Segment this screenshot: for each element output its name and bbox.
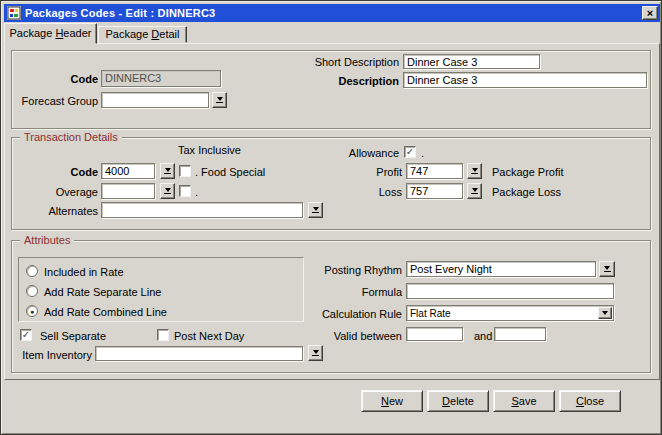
code-field: DINNERC3 <box>101 70 221 87</box>
valid-to-field[interactable] <box>494 327 546 341</box>
included-in-rate-radio[interactable] <box>26 265 38 277</box>
item-inventory-lov-button[interactable] <box>308 345 323 361</box>
button-label-accel: C <box>576 395 584 407</box>
tab-label: Package <box>10 27 56 39</box>
profit-field[interactable]: 747 <box>406 163 463 179</box>
close-button-bottom[interactable]: Close <box>559 390 621 412</box>
window-title: Packages Codes - Edit : DINNERC3 <box>25 7 215 19</box>
lov-down-icon <box>472 168 478 172</box>
transaction-code-field[interactable]: 4000 <box>101 163 155 179</box>
profit-label: Profit <box>322 166 402 178</box>
alternates-field[interactable] <box>101 202 303 218</box>
loss-lov-button[interactable] <box>467 183 482 199</box>
calculation-rule-label: Calculation Rule <box>312 308 402 320</box>
radio-dot: ● <box>30 308 34 315</box>
lov-down-icon <box>217 97 223 101</box>
food-special-label: . Food Special <box>195 166 265 178</box>
transaction-code-lov-button[interactable] <box>160 163 175 179</box>
tab-label: etail <box>159 28 179 40</box>
forecast-group-field[interactable] <box>101 92 209 108</box>
lov-bar-icon <box>471 193 478 194</box>
allowance-label: Allowance <box>302 147 399 159</box>
transaction-code-label: Code <box>20 166 98 178</box>
overage-checkbox[interactable] <box>179 185 191 197</box>
add-rate-separate-line-radio[interactable] <box>26 285 38 297</box>
title-bar: Packages Codes - Edit : DINNERC3 × <box>4 4 660 22</box>
sell-separate-checkbox[interactable]: ✓ <box>20 329 32 341</box>
posting-rhythm-lov-button[interactable] <box>599 261 615 277</box>
lov-bar-icon <box>216 102 223 103</box>
packages-codes-window: Packages Codes - Edit : DINNERC3 × Packa… <box>0 0 662 435</box>
formula-label: Formula <box>322 286 402 298</box>
button-label-accel: N <box>381 395 389 407</box>
lov-bar-icon <box>471 173 478 174</box>
add-rate-combined-line-label: Add Rate Combined Line <box>44 306 167 318</box>
and-label: and <box>474 330 492 342</box>
overage-field[interactable] <box>101 183 155 199</box>
lov-bar-icon <box>164 173 171 174</box>
description-field[interactable]: Dinner Case 3 <box>403 72 647 88</box>
button-label: ave <box>519 395 537 407</box>
loss-label: Loss <box>322 186 402 198</box>
header-groupbox: Code DINNERC3 Forecast Group Short Descr… <box>11 50 651 129</box>
valid-from-field[interactable] <box>406 327 463 341</box>
lov-bar-icon <box>604 271 611 272</box>
description-label: Description <box>297 75 399 87</box>
alternates-lov-button[interactable] <box>308 202 323 218</box>
delete-button[interactable]: Delete <box>427 390 489 412</box>
button-label: ew <box>389 395 403 407</box>
save-button[interactable]: Save <box>493 390 555 412</box>
add-rate-combined-line-radio[interactable]: ● <box>26 305 38 317</box>
lov-bar-icon <box>164 193 171 194</box>
app-icon <box>7 6 21 20</box>
valid-between-label: Valid between <box>312 330 402 342</box>
attributes-title: Attributes <box>20 234 74 246</box>
button-label: elete <box>450 395 474 407</box>
combo-dropdown-button[interactable] <box>598 307 612 319</box>
package-loss-label: Package Loss <box>492 186 561 198</box>
allowance-suffix: . <box>421 147 424 159</box>
new-button[interactable]: New <box>361 390 423 412</box>
calculation-rule-combobox[interactable]: Flat Rate <box>406 305 614 321</box>
overage-lov-button[interactable] <box>160 183 175 199</box>
package-profit-label: Package Profit <box>492 166 564 178</box>
lov-bar-icon <box>312 212 319 213</box>
post-next-day-checkbox[interactable] <box>157 329 169 341</box>
allowance-checkbox[interactable]: ✓ <box>404 146 416 158</box>
formula-field[interactable] <box>406 283 614 299</box>
posting-rhythm-field[interactable]: Post Every Night <box>406 261 596 277</box>
button-label-accel: S <box>511 395 518 407</box>
lov-down-icon <box>313 350 319 354</box>
loss-field[interactable]: 757 <box>406 183 463 199</box>
tab-package-detail[interactable]: Package Detail <box>98 26 187 43</box>
alternates-label: Alternates <box>20 205 98 217</box>
code-label: Code <box>12 73 98 85</box>
included-in-rate-label: Included in Rate <box>44 266 124 278</box>
button-label: lose <box>584 395 604 407</box>
item-inventory-label: Item Inventory <box>12 349 92 361</box>
post-next-day-label: Post Next Day <box>174 330 244 342</box>
lov-down-icon <box>165 168 171 172</box>
forecast-group-label: Forecast Group <box>12 95 98 107</box>
close-icon: × <box>647 8 653 18</box>
lov-down-icon <box>165 188 171 192</box>
transaction-details-groupbox: Transaction Details Tax Inclusive Code 4… <box>11 137 651 230</box>
close-button[interactable]: × <box>642 6 658 20</box>
button-label-accel: D <box>442 395 450 407</box>
overage-label: Overage <box>20 186 98 198</box>
lov-down-icon <box>604 266 610 270</box>
lov-bar-icon <box>312 355 319 356</box>
item-inventory-field[interactable] <box>95 346 303 361</box>
short-description-field[interactable]: Dinner Case 3 <box>403 54 540 69</box>
forecast-group-lov-button[interactable] <box>212 92 227 108</box>
tab-package-header[interactable]: Package Header <box>4 23 97 44</box>
sell-separate-label: Sell Separate <box>40 330 106 342</box>
overage-checkbox-label: . <box>195 186 198 198</box>
checkmark: ✓ <box>406 146 414 157</box>
add-rate-separate-line-label: Add Rate Separate Line <box>44 286 161 298</box>
chevron-down-icon <box>602 311 608 315</box>
lov-down-icon <box>313 207 319 211</box>
profit-lov-button[interactable] <box>467 163 482 179</box>
food-special-checkbox[interactable] <box>179 165 191 177</box>
tab-label: eader <box>63 27 91 39</box>
